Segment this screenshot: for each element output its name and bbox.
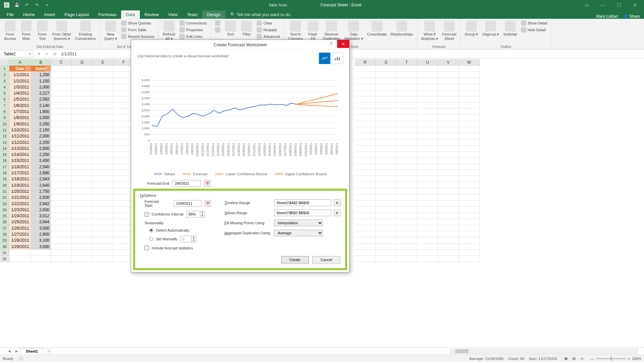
cell[interactable] bbox=[459, 182, 480, 188]
zoom-in-button[interactable]: + bbox=[628, 357, 630, 361]
cell[interactable] bbox=[417, 152, 438, 158]
cell[interactable] bbox=[93, 164, 113, 170]
column-header[interactable]: R bbox=[355, 59, 376, 66]
cell[interactable] bbox=[93, 152, 113, 158]
cell[interactable] bbox=[396, 256, 417, 262]
table-cell[interactable]: 1/17/2011 bbox=[9, 170, 31, 176]
cell[interactable] bbox=[72, 182, 93, 188]
table-cell[interactable]: 2,640 bbox=[31, 182, 51, 188]
cell[interactable] bbox=[72, 158, 93, 164]
cell[interactable] bbox=[72, 244, 93, 250]
table-cell[interactable]: 1/28/2011 bbox=[9, 237, 31, 243]
table-cell[interactable]: 1/3/2011 bbox=[9, 84, 31, 90]
cell[interactable] bbox=[376, 90, 396, 96]
column-header[interactable]: D bbox=[72, 59, 93, 66]
cell[interactable] bbox=[417, 127, 438, 133]
ribbon-button[interactable]: Subtotal bbox=[502, 20, 518, 37]
cell[interactable] bbox=[51, 158, 72, 164]
cell[interactable] bbox=[93, 127, 113, 133]
cell[interactable] bbox=[93, 237, 113, 243]
ribbon-button[interactable]: Sort bbox=[223, 20, 238, 37]
cell[interactable] bbox=[376, 194, 396, 200]
cell[interactable] bbox=[417, 256, 438, 262]
table-cell[interactable]: 1/24/2011 bbox=[9, 213, 31, 219]
cell[interactable] bbox=[72, 109, 93, 115]
cell[interactable] bbox=[396, 96, 417, 102]
cell[interactable] bbox=[72, 72, 93, 78]
cell[interactable] bbox=[417, 219, 438, 225]
page-break-view-icon[interactable]: ▭ bbox=[578, 356, 586, 362]
table-cell[interactable]: 2,543 bbox=[31, 176, 51, 182]
cell[interactable] bbox=[438, 225, 459, 231]
cell[interactable] bbox=[417, 145, 438, 152]
row-header[interactable]: 3 bbox=[0, 78, 9, 84]
row-header[interactable]: 23 bbox=[0, 201, 9, 207]
table-cell[interactable]: 2,830 bbox=[31, 194, 51, 200]
table-header-cell[interactable]: Date▼ bbox=[9, 66, 31, 72]
cell[interactable] bbox=[438, 231, 459, 237]
cell[interactable] bbox=[376, 84, 396, 90]
row-header[interactable]: 4 bbox=[0, 84, 9, 90]
cell[interactable] bbox=[93, 133, 113, 139]
row-header[interactable]: 11 bbox=[0, 127, 9, 133]
cell[interactable] bbox=[51, 231, 72, 237]
table-cell[interactable]: 1/29/2011 bbox=[9, 244, 31, 250]
table-cell[interactable]: 3,100 bbox=[31, 237, 51, 243]
ribbon-button[interactable]: Properties bbox=[178, 27, 208, 33]
cell[interactable] bbox=[355, 164, 376, 170]
forecast-end-input[interactable] bbox=[172, 180, 201, 187]
cell[interactable] bbox=[72, 139, 93, 145]
table-cell[interactable]: 1/15/2011 bbox=[9, 158, 31, 164]
table-cell[interactable]: 2,250 bbox=[31, 121, 51, 127]
cell[interactable] bbox=[51, 250, 72, 256]
cell[interactable] bbox=[376, 256, 396, 262]
cell[interactable] bbox=[417, 164, 438, 170]
spinner-buttons[interactable]: ▲▼ bbox=[200, 211, 205, 218]
cell[interactable] bbox=[417, 231, 438, 237]
tab-insert[interactable]: Insert bbox=[40, 10, 60, 19]
cell[interactable] bbox=[51, 225, 72, 231]
cell[interactable] bbox=[376, 115, 396, 121]
cell[interactable] bbox=[355, 103, 376, 109]
values-range-input[interactable] bbox=[274, 209, 331, 216]
table-cell[interactable]: 1/23/2011 bbox=[9, 207, 31, 213]
cell[interactable] bbox=[417, 188, 438, 194]
row-header[interactable]: 16 bbox=[0, 158, 9, 164]
table-cell[interactable]: 3,000 bbox=[31, 225, 51, 231]
cell[interactable] bbox=[438, 207, 459, 213]
row-header[interactable]: 32 bbox=[0, 256, 9, 262]
table-cell[interactable]: 2,000 bbox=[31, 84, 51, 90]
cell[interactable] bbox=[51, 237, 72, 243]
cell[interactable] bbox=[459, 176, 480, 182]
cell[interactable] bbox=[459, 72, 480, 78]
table-cell[interactable]: 2,592 bbox=[31, 96, 51, 102]
cell[interactable] bbox=[51, 188, 72, 194]
cell[interactable] bbox=[396, 225, 417, 231]
cell[interactable] bbox=[93, 103, 113, 109]
cell[interactable] bbox=[459, 244, 480, 250]
cell[interactable] bbox=[72, 127, 93, 133]
table-cell[interactable]: 2,000 bbox=[31, 115, 51, 121]
cell[interactable] bbox=[438, 115, 459, 121]
cell[interactable] bbox=[93, 231, 113, 237]
ribbon-button[interactable]: Ungroup ▾ bbox=[481, 20, 500, 37]
table-cell[interactable]: 1/20/2011 bbox=[9, 188, 31, 194]
tab-home[interactable]: Home bbox=[18, 10, 40, 19]
sheet-tab[interactable]: Sheet1 bbox=[21, 348, 43, 354]
table-cell[interactable]: 2,690 bbox=[31, 170, 51, 176]
close-button[interactable]: ✕ bbox=[337, 40, 349, 48]
cell[interactable] bbox=[72, 207, 93, 213]
table-cell[interactable]: 1/6/2011 bbox=[9, 103, 31, 109]
cell[interactable] bbox=[72, 219, 93, 225]
cell[interactable] bbox=[417, 72, 438, 78]
cell[interactable] bbox=[438, 182, 459, 188]
row-header[interactable]: 20 bbox=[0, 182, 9, 188]
row-header[interactable]: 31 bbox=[0, 250, 9, 256]
cell[interactable] bbox=[376, 152, 396, 158]
cell[interactable] bbox=[376, 133, 396, 139]
cell[interactable] bbox=[417, 84, 438, 90]
cell[interactable] bbox=[355, 182, 376, 188]
redo-icon[interactable]: ↷ bbox=[33, 1, 41, 9]
ribbon-button[interactable]: Consolidate bbox=[366, 20, 388, 37]
cell[interactable] bbox=[51, 139, 72, 145]
